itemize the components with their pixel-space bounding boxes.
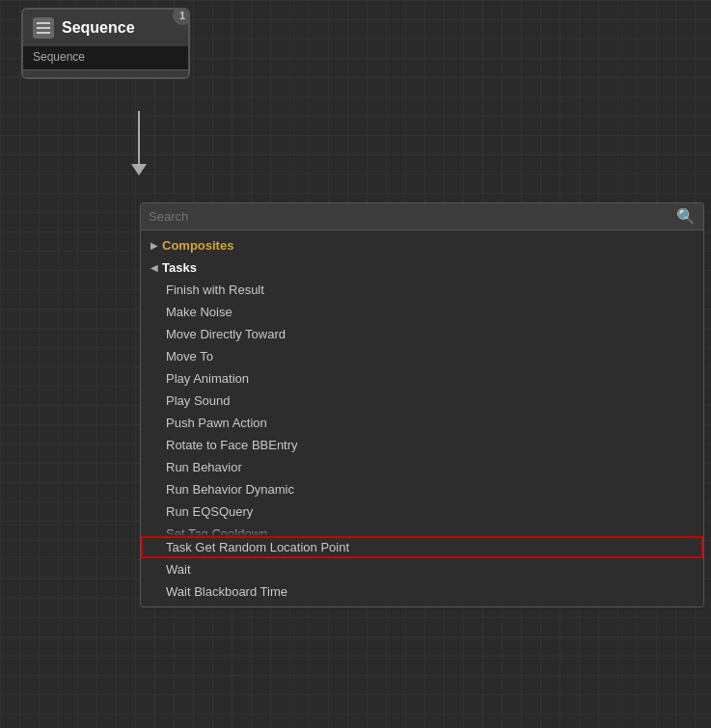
sequence-subtitle: Sequence — [23, 46, 188, 69]
play-sound-item[interactable]: Play Sound — [141, 390, 703, 412]
list-item[interactable]: Move To — [141, 345, 703, 367]
arrow-line — [138, 111, 140, 164]
sequence-icon-line-2 — [37, 27, 50, 29]
arrow-head — [131, 164, 147, 175]
composites-section-label: Composites — [162, 238, 233, 253]
sequence-node: Sequence 1 Sequence — [21, 8, 190, 79]
task-get-random-location-point-item[interactable]: Task Get Random Location Point — [141, 536, 703, 558]
search-bar[interactable]: 🔍 — [141, 203, 703, 230]
sequence-icon-line-3 — [37, 32, 50, 34]
search-input[interactable] — [149, 209, 676, 224]
list-item-partial[interactable]: Set Tag Cooldown — [141, 523, 703, 536]
arrow-connector — [131, 111, 147, 175]
list-item[interactable]: Move Directly Toward — [141, 323, 703, 345]
sequence-icon-lines — [37, 22, 50, 34]
list-item[interactable]: Play Animation — [141, 367, 703, 390]
sequence-bottom-bar — [23, 69, 188, 77]
list-item[interactable]: Finish with Result — [141, 279, 703, 301]
list-item[interactable]: Run Behavior — [141, 456, 703, 478]
menu-content: ▶ Composites ◀ Tasks Finish with Result … — [141, 230, 703, 607]
sequence-badge: 1 — [173, 8, 190, 25]
list-item[interactable]: Push Pawn Action — [141, 412, 703, 434]
tasks-arrow-icon: ◀ — [150, 262, 158, 273]
tasks-section-label: Tasks — [162, 260, 197, 275]
list-item[interactable]: Run EQSQuery — [141, 500, 703, 523]
list-item[interactable]: Make Noise — [141, 301, 703, 323]
sequence-node-header: Sequence 1 — [23, 10, 188, 46]
wait-blackboard-time-item[interactable]: Wait Blackboard Time — [141, 580, 703, 603]
search-icon: 🔍 — [676, 207, 696, 226]
dropdown-panel: 🔍 ▶ Composites ◀ Tasks Finish with Resul… — [140, 202, 704, 607]
run-behavior-dynamic-item[interactable]: Run Behavior Dynamic — [141, 478, 703, 500]
wait-item[interactable]: Wait — [141, 558, 703, 580]
sequence-icon-line-1 — [37, 22, 50, 24]
composites-arrow-icon: ▶ — [150, 240, 158, 251]
sequence-title: Sequence — [62, 19, 135, 37]
tasks-section-header[interactable]: ◀ Tasks — [141, 256, 703, 279]
sequence-icon — [33, 17, 54, 39]
composites-section-header[interactable]: ▶ Composites — [141, 234, 703, 256]
list-item[interactable]: Rotate to Face BBEntry — [141, 434, 703, 456]
